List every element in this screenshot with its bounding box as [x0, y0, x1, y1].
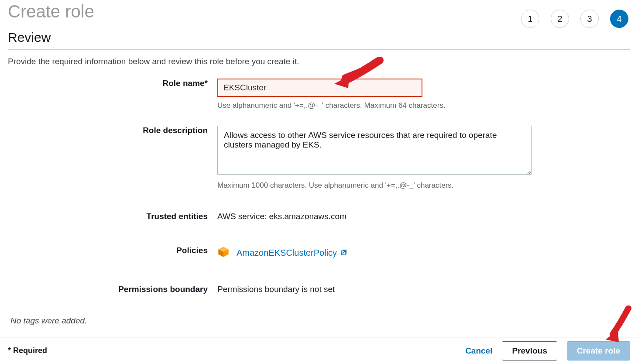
policy-box-icon: [217, 246, 230, 260]
footer: * Required Cancel Previous Create role: [0, 337, 638, 364]
cancel-button[interactable]: Cancel: [465, 346, 492, 356]
role-name-label: Role name*: [8, 76, 217, 88]
previous-button[interactable]: Previous: [502, 341, 557, 361]
step-4[interactable]: 4: [610, 10, 628, 28]
external-link-icon: [340, 248, 347, 258]
policy-link[interactable]: AmazonEKSClusterPolicy: [237, 248, 347, 258]
intro-text: Provide the required information below a…: [8, 57, 630, 66]
wizard-steps: 1 2 3 4: [521, 10, 628, 28]
divider: [8, 49, 630, 50]
role-description-hint: Maximum 1000 characters. Use alphanumeri…: [217, 181, 630, 190]
step-3[interactable]: 3: [580, 10, 599, 28]
required-note: * Required: [8, 346, 47, 355]
create-role-button[interactable]: Create role: [567, 341, 630, 361]
tags-note: No tags were added.: [10, 316, 630, 326]
role-description-textarea[interactable]: [217, 126, 532, 175]
policies-label: Policies: [8, 243, 217, 255]
trusted-entities-value: AWS service: eks.amazonaws.com: [217, 209, 630, 221]
step-2[interactable]: 2: [551, 10, 569, 28]
role-name-hint: Use alphanumeric and '+=,.@-_' character…: [217, 101, 630, 110]
role-description-label: Role description: [8, 123, 217, 135]
step-1[interactable]: 1: [521, 10, 539, 28]
section-title: Review: [8, 30, 630, 45]
permissions-boundary-value: Permissions boundary is not set: [217, 282, 630, 294]
role-name-input[interactable]: [217, 79, 422, 97]
permissions-boundary-label: Permissions boundary: [8, 282, 217, 294]
trusted-entities-label: Trusted entities: [8, 209, 217, 221]
policy-link-text: AmazonEKSClusterPolicy: [237, 248, 337, 258]
